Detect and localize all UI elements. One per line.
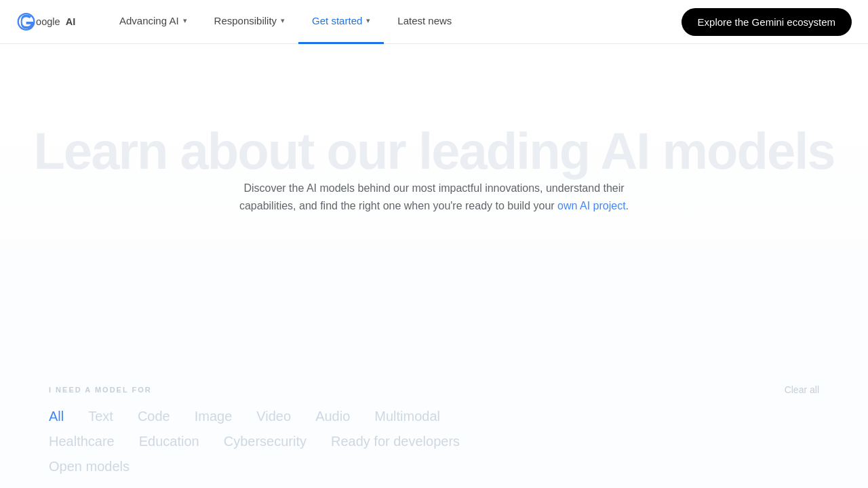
filter-row-1: All Text Code Image Video Audio Multimod… [49, 409, 819, 424]
nav-item-latest-news[interactable]: Latest news [384, 0, 465, 44]
filter-tag-text[interactable]: Text [88, 409, 113, 424]
nav-links: Advancing AI ▾ Responsibility ▾ Get star… [106, 0, 682, 44]
content-wrapper: Learn about our leading AI models Discov… [0, 44, 868, 488]
filter-section-label: I NEED A MODEL FOR [49, 386, 152, 394]
navbar-cta: Explore the Gemini ecosystem [682, 8, 852, 36]
clear-all-button[interactable]: Clear all [785, 384, 819, 395]
filters-top-row: I NEED A MODEL FOR Clear all [49, 384, 819, 395]
filter-tag-audio[interactable]: Audio [315, 409, 350, 424]
hero-subtitle-block: Discover the AI models behind our most i… [224, 180, 644, 216]
filter-tag-open-models[interactable]: Open models [49, 459, 130, 474]
subtitle-link[interactable]: own AI project [557, 200, 626, 211]
chevron-down-icon: ▾ [366, 16, 370, 25]
nav-label-responsibility: Responsibility [214, 15, 277, 26]
svg-text:AI: AI [66, 16, 76, 27]
filters-container: I NEED A MODEL FOR Clear all All Text Co… [49, 384, 819, 474]
nav-label-advancing-ai: Advancing AI [119, 15, 179, 26]
nav-item-advancing-ai[interactable]: Advancing AI ▾ [106, 0, 201, 44]
hero-subtitle-text: Discover the AI models behind our most i… [224, 180, 644, 216]
chevron-down-icon: ▾ [183, 16, 187, 25]
chevron-down-icon: ▾ [281, 16, 285, 25]
google-ai-logo: oogle AI [16, 8, 84, 35]
explore-gemini-button[interactable]: Explore the Gemini ecosystem [682, 8, 852, 36]
nav-label-latest-news: Latest news [397, 15, 452, 26]
filter-tag-video[interactable]: Video [256, 409, 291, 424]
filter-tag-education[interactable]: Education [139, 434, 199, 449]
navbar: oogle AI Advancing AI ▾ Responsibility ▾… [0, 0, 868, 44]
svg-text:oogle: oogle [36, 16, 60, 27]
filter-tag-image[interactable]: Image [195, 409, 233, 424]
filter-tag-all[interactable]: All [49, 409, 64, 424]
hero-heading-bg: Learn about our leading AI models [33, 125, 834, 177]
logo-link[interactable]: oogle AI [16, 8, 84, 35]
nav-label-get-started: Get started [312, 15, 362, 26]
nav-item-responsibility[interactable]: Responsibility ▾ [201, 0, 299, 44]
filter-tag-ready-for-developers[interactable]: Ready for developers [331, 434, 460, 449]
filter-tag-healthcare[interactable]: Healthcare [49, 434, 115, 449]
subtitle-end: . [626, 200, 629, 211]
filter-tag-code[interactable]: Code [138, 409, 170, 424]
nav-item-get-started[interactable]: Get started ▾ [298, 0, 384, 44]
filter-row-2: Healthcare Education Cybersecurity Ready… [49, 434, 819, 449]
filter-tag-cybersecurity[interactable]: Cybersecurity [224, 434, 307, 449]
filter-tag-multimodal[interactable]: Multimodal [374, 409, 440, 424]
filter-row-3: Open models [49, 459, 819, 474]
